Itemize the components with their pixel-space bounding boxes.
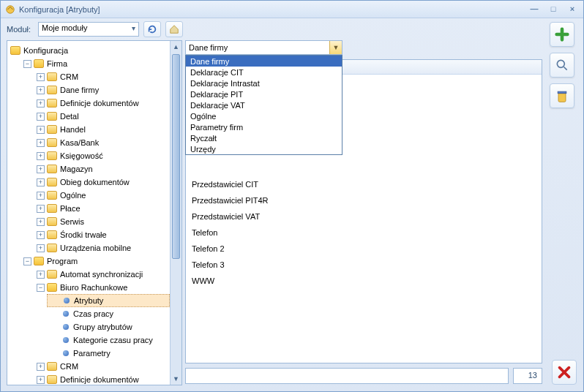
expand-icon[interactable]: +: [37, 178, 45, 186]
tree-item[interactable]: +Magazyn: [34, 162, 170, 176]
home-button[interactable]: [165, 21, 183, 37]
category-combo[interactable]: Dane firmy ▼: [185, 40, 342, 55]
tree-item[interactable]: +Automat synchronizacji: [34, 268, 170, 281]
minimize-button[interactable]: —: [528, 4, 541, 15]
tree-firma[interactable]: − Firma: [20, 57, 170, 70]
list-item[interactable]: Telefon: [186, 225, 542, 241]
folder-icon: [47, 217, 57, 226]
list-item[interactable]: Przedstawiciel CIT: [186, 177, 542, 193]
tree-item[interactable]: +CRM: [34, 70, 170, 83]
folder-icon: [47, 375, 57, 384]
folder-icon: [34, 59, 44, 68]
tree-item[interactable]: +CRM: [34, 360, 170, 373]
folder-icon: [47, 151, 57, 160]
tree-root[interactable]: Konfiguracja: [7, 44, 170, 57]
tree-label: Magazyn: [60, 165, 93, 173]
dropdown-option[interactable]: Deklaracje CIT: [186, 67, 342, 78]
tree-scrollbar[interactable]: ▲ ▼: [170, 41, 181, 385]
expand-icon[interactable]: +: [37, 231, 45, 239]
list-item[interactable]: Telefon 2: [186, 241, 542, 257]
search-button[interactable]: [550, 53, 574, 78]
maximize-button[interactable]: □: [547, 4, 560, 15]
expand-icon[interactable]: +: [37, 139, 45, 147]
tree-label: Grupy atrybutów: [73, 323, 132, 331]
folder-icon: [47, 270, 57, 279]
tree-label: Definicje dokumentów: [60, 99, 139, 108]
tree-biuro[interactable]: −Biuro Rachunkowe: [34, 281, 170, 294]
tree-item[interactable]: +Księgowość: [34, 149, 170, 162]
tree-label: CRM: [60, 72, 78, 81]
tree-item[interactable]: +Kasa/Bank: [34, 136, 170, 149]
tree-leaf[interactable]: Atrybuty: [47, 294, 170, 307]
tree-item[interactable]: +Definicje dokumentów: [34, 373, 170, 385]
dropdown-option[interactable]: Deklaracje VAT: [186, 99, 342, 110]
scrollbar-thumb[interactable]: [172, 54, 180, 259]
dropdown-arrow-icon[interactable]: ▼: [329, 41, 342, 54]
bullet-icon: [63, 350, 69, 356]
content-area: Konfiguracja − Firma +CRM+Dane firmy+Def…: [1, 40, 583, 391]
collapse-icon[interactable]: −: [23, 257, 31, 265]
add-button[interactable]: [550, 22, 574, 47]
refresh-button[interactable]: [143, 21, 161, 37]
filter-row: Dane firmy ▼ Dane firmyDeklaracje CITDek…: [185, 40, 542, 58]
tree-item[interactable]: +Handel: [34, 123, 170, 136]
footer-row: 13: [185, 366, 542, 385]
expand-icon[interactable]: +: [37, 192, 45, 200]
scroll-down-icon[interactable]: ▼: [171, 373, 181, 385]
expand-icon[interactable]: +: [37, 363, 45, 371]
tree-leaf[interactable]: Kategorie czasu pracy: [47, 333, 170, 347]
dropdown-option[interactable]: Deklaracje Intrastat: [186, 78, 342, 88]
tree-leaf[interactable]: Grupy atrybutów: [47, 320, 170, 333]
expand-icon[interactable]: +: [37, 152, 45, 160]
expand-icon[interactable]: +: [37, 271, 45, 279]
dropdown-option[interactable]: Deklaracje PIT: [186, 88, 342, 99]
category-dropdown[interactable]: Dane firmyDeklaracje CITDeklaracje Intra…: [185, 55, 342, 155]
tree-item[interactable]: +Płace: [34, 202, 170, 215]
expand-icon[interactable]: +: [37, 126, 45, 134]
tree-item[interactable]: +Definicje dokumentów: [34, 97, 170, 110]
collapse-icon[interactable]: −: [37, 284, 45, 292]
list-item[interactable]: Telefon 3: [186, 257, 542, 274]
expand-icon[interactable]: +: [37, 205, 45, 213]
collapse-icon[interactable]: −: [23, 60, 31, 68]
expand-icon[interactable]: +: [37, 244, 45, 252]
expand-icon[interactable]: +: [37, 376, 45, 384]
expand-icon[interactable]: +: [37, 165, 45, 173]
tree-label: Dane firmy: [60, 86, 99, 94]
tree-program[interactable]: − Program: [20, 255, 170, 268]
list-item[interactable]: Przedstawiciel VAT: [186, 209, 542, 225]
close-button[interactable]: [552, 360, 577, 385]
expand-icon[interactable]: +: [37, 218, 45, 226]
window-controls: — □ ×: [528, 4, 579, 15]
dropdown-option[interactable]: Parametry firm: [186, 121, 342, 132]
expand-icon[interactable]: +: [37, 73, 45, 81]
expand-icon[interactable]: +: [37, 99, 45, 108]
expand-icon[interactable]: +: [37, 86, 45, 94]
filter-input[interactable]: [185, 368, 509, 384]
close-x-icon: [556, 364, 572, 380]
module-select[interactable]: Moje moduły: [38, 22, 139, 37]
tree-item[interactable]: +Środki trwałe: [34, 228, 170, 241]
folder-icon: [34, 257, 44, 265]
config-tree[interactable]: Konfiguracja − Firma +CRM+Dane firmy+Def…: [7, 44, 170, 385]
tree-leaf[interactable]: Parametry: [47, 347, 170, 360]
list-item[interactable]: WWW: [186, 274, 542, 290]
dropdown-option[interactable]: Dane firmy: [186, 56, 342, 67]
tree-item[interactable]: +Ogólne: [34, 189, 170, 202]
tree-item[interactable]: +Urządzenia mobilne: [34, 241, 170, 255]
dropdown-option[interactable]: Urzędy: [186, 143, 342, 154]
app-icon: [5, 4, 15, 15]
dropdown-option[interactable]: Ryczałt: [186, 132, 342, 143]
close-window-button[interactable]: ×: [566, 4, 579, 15]
tree-leaf[interactable]: Czas pracy: [47, 307, 170, 320]
tree-item[interactable]: +Serwis: [34, 215, 170, 228]
expand-icon[interactable]: +: [37, 113, 45, 121]
tree-label: Urządzenia mobilne: [60, 244, 131, 252]
delete-button[interactable]: [550, 83, 574, 108]
tree-item[interactable]: +Detal: [34, 110, 170, 123]
list-item[interactable]: Przedstawiciel PIT4R: [186, 193, 542, 209]
tree-item[interactable]: +Dane firmy: [34, 83, 170, 97]
scroll-up-icon[interactable]: ▲: [171, 41, 181, 53]
dropdown-option[interactable]: Ogólne: [186, 110, 342, 121]
tree-item[interactable]: +Obieg dokumentów: [34, 176, 170, 189]
